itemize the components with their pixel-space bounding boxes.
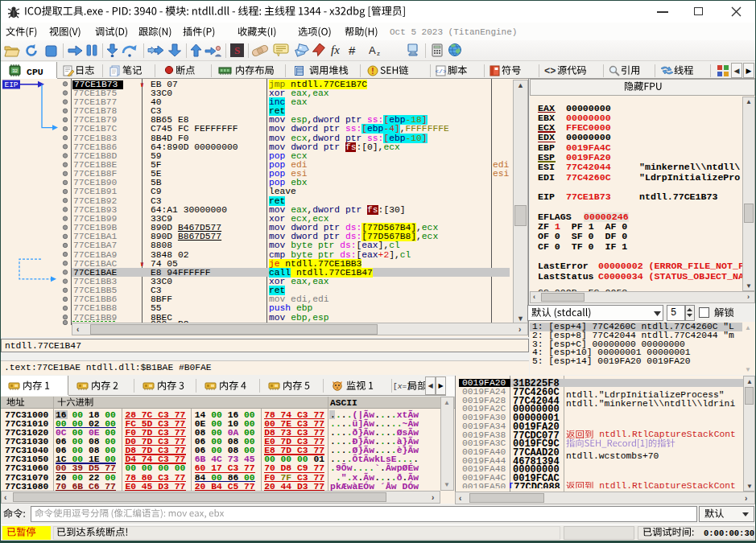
svg-text:</>: </> bbox=[436, 68, 446, 75]
svg-text:A: A bbox=[369, 44, 376, 56]
svg-text:EIP: EIP bbox=[4, 80, 18, 89]
svg-text:z: z bbox=[377, 50, 380, 57]
svg-text:#: # bbox=[349, 43, 356, 56]
svg-text:S: S bbox=[234, 44, 240, 56]
svg-text:fx: fx bbox=[331, 43, 340, 56]
svg-text:32: 32 bbox=[12, 68, 18, 73]
svg-text:<>: <> bbox=[544, 66, 556, 76]
svg-text:!: ! bbox=[371, 67, 374, 76]
